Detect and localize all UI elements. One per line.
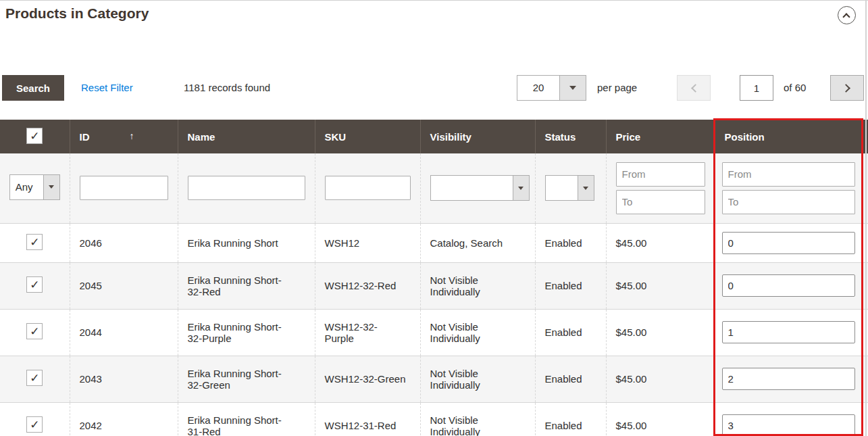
column-header-id[interactable]: ID↑	[70, 120, 178, 153]
column-header-name[interactable]: Name	[178, 120, 315, 153]
dropdown-caret-icon	[578, 176, 594, 200]
filter-id-input[interactable]	[80, 176, 168, 200]
previous-page-button[interactable]	[677, 75, 711, 101]
per-page-value: 20	[517, 76, 559, 100]
filter-price-from-input[interactable]	[616, 162, 705, 187]
dropdown-caret-icon	[43, 175, 59, 199]
cell-visibility: Not Visible Individually	[420, 309, 535, 356]
table-row: 2045 Erika Running Short-32-Red WSH12-32…	[0, 262, 868, 309]
table-row: 2043 Erika Running Short-32-Green WSH12-…	[0, 356, 868, 402]
page-number-input[interactable]	[740, 75, 773, 101]
select-all-header	[0, 120, 70, 153]
mass-select-dropdown[interactable]: Any	[9, 174, 60, 200]
filter-visibility-select[interactable]	[430, 175, 530, 201]
table-row: 2042 Erika Running Short-31-Red WSH12-31…	[0, 402, 868, 436]
cell-name: Erika Running Short-32-Green	[178, 356, 315, 402]
cell-price: $45.00	[606, 356, 715, 402]
cell-sku: WSH12-32-Green	[315, 356, 420, 402]
row-checkbox[interactable]	[26, 370, 43, 386]
grid-toolbar: Search Reset Filter 1181 records found 2…	[0, 75, 868, 101]
row-checkbox[interactable]	[26, 416, 43, 433]
column-header-position[interactable]: Position	[715, 120, 868, 153]
products-grid: ID↑ Name SKU Visibility Status Price Pos…	[0, 120, 868, 436]
row-checkbox[interactable]	[26, 234, 43, 250]
per-page-select[interactable]: 20	[517, 75, 586, 101]
filter-sku-input[interactable]	[325, 176, 411, 200]
cell-visibility: Not Visible Individually	[420, 262, 535, 309]
filter-price-to-input[interactable]	[616, 190, 705, 214]
grid-header-row: ID↑ Name SKU Visibility Status Price Pos…	[0, 120, 868, 153]
cell-status: Enabled	[535, 356, 606, 402]
cell-price: $45.00	[606, 223, 715, 262]
cell-sku: WSH12	[315, 223, 420, 262]
page-title: Products in Category	[5, 5, 149, 22]
reset-filter-link[interactable]: Reset Filter	[81, 75, 133, 101]
cell-name: Erika Running Short-32-Purple	[178, 309, 315, 356]
column-header-price[interactable]: Price	[606, 120, 715, 153]
cell-visibility: Catalog, Search	[420, 223, 535, 262]
filter-position-to-input[interactable]	[722, 190, 855, 214]
filter-name-input[interactable]	[188, 176, 305, 200]
cell-name: Erika Running Short-31-Red	[178, 402, 315, 436]
position-input[interactable]	[722, 321, 855, 343]
column-header-visibility[interactable]: Visibility	[420, 120, 535, 153]
cell-status: Enabled	[535, 223, 606, 262]
cell-status: Enabled	[535, 262, 606, 309]
mass-select-value: Any	[16, 175, 33, 199]
select-all-checkbox[interactable]	[26, 128, 43, 144]
column-header-sku[interactable]: SKU	[315, 120, 420, 153]
filter-status-select[interactable]	[545, 175, 594, 201]
cell-id: 2045	[70, 262, 178, 309]
records-found-text: 1181 records found	[184, 75, 270, 101]
filter-row: Any	[0, 153, 868, 223]
chevron-up-icon	[842, 13, 850, 20]
cell-status: Enabled	[535, 402, 606, 436]
total-pages-text: of 60	[784, 75, 806, 101]
products-in-category-panel: Products in Category Search Reset Filter…	[0, 0, 868, 436]
cell-sku: WSH12-32-Purple	[315, 309, 420, 356]
dropdown-caret-icon	[559, 76, 586, 100]
cell-id: 2044	[70, 309, 178, 356]
cell-id: 2043	[70, 356, 178, 402]
cell-price: $45.00	[606, 262, 715, 309]
cell-id: 2046	[70, 223, 178, 262]
row-checkbox[interactable]	[26, 323, 43, 339]
row-checkbox[interactable]	[26, 276, 43, 293]
position-input[interactable]	[722, 368, 855, 390]
per-page-label: per page	[597, 75, 637, 101]
cell-price: $45.00	[606, 309, 715, 356]
cell-visibility: Not Visible Individually	[420, 402, 535, 436]
table-row: 2044 Erika Running Short-32-Purple WSH12…	[0, 309, 868, 356]
position-input[interactable]	[722, 232, 855, 254]
chevron-left-icon	[691, 84, 700, 93]
cell-status: Enabled	[535, 309, 606, 356]
table-row: 2046 Erika Running Short WSH12 Catalog, …	[0, 223, 868, 262]
chevron-right-icon	[842, 84, 850, 93]
next-page-button[interactable]	[830, 75, 864, 101]
filter-position-from-input[interactable]	[722, 162, 855, 187]
position-input[interactable]	[722, 274, 855, 297]
cell-sku: WSH12-32-Red	[315, 262, 420, 309]
cell-sku: WSH12-31-Red	[315, 402, 420, 436]
cell-name: Erika Running Short	[178, 223, 315, 262]
search-button[interactable]: Search	[2, 75, 64, 101]
sort-asc-icon: ↑	[130, 130, 134, 141]
cell-visibility: Not Visible Individually	[420, 356, 535, 402]
cell-price: $45.00	[606, 402, 715, 436]
dropdown-caret-icon	[513, 176, 529, 200]
cell-id: 2042	[70, 402, 178, 436]
panel-right-edge	[865, 1, 867, 436]
cell-name: Erika Running Short-32-Red	[178, 262, 315, 309]
collapse-section-button[interactable]	[838, 6, 856, 24]
column-header-status[interactable]: Status	[535, 120, 606, 153]
position-input[interactable]	[722, 414, 855, 436]
